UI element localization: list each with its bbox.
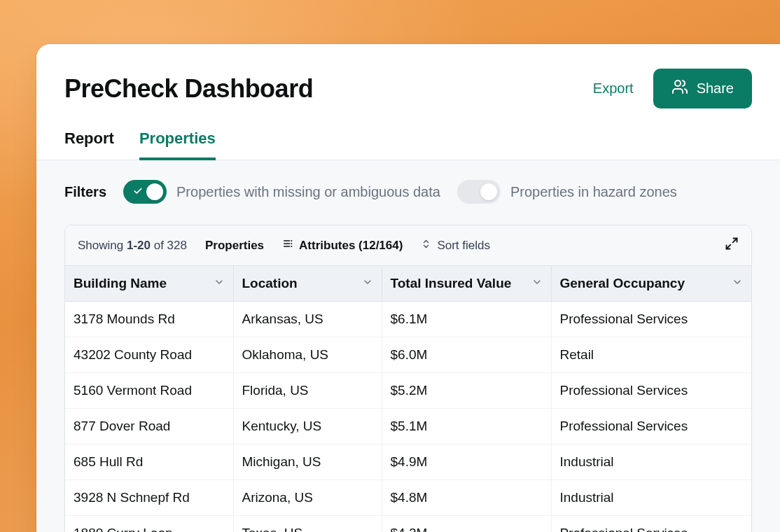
cell-tiv: $4.2M [382,516,551,533]
card-header: PreCheck Dashboard Export Share Report P… [36,44,780,160]
chevron-down-icon[interactable] [732,276,743,291]
table-row[interactable]: 5160 Vermont RoadFlorida, US$5.2MProfess… [65,373,751,409]
cell-location: Florida, US [233,373,382,409]
people-icon [671,78,688,99]
toggle-missing-label: Properties with missing or ambiguous dat… [176,184,440,200]
cell-tiv: $6.0M [382,337,551,373]
export-button[interactable]: Export [593,80,634,97]
table-row[interactable]: 877 Dover RoadKentucky, US$5.1MProfessio… [65,409,751,444]
table-container: Showing 1-20 of 328 Properties Attribute… [64,225,752,532]
toggle-missing-data[interactable] [123,180,167,204]
cell-occ: Industrial [551,444,751,480]
filters-label: Filters [64,184,106,200]
col-general-occupancy[interactable]: General Occupancy [551,266,751,302]
sort-fields-button[interactable]: Sort fields [421,239,490,253]
cell-name: 1880 Curry Loop [65,516,233,533]
tab-properties[interactable]: Properties [139,124,216,160]
scope-properties[interactable]: Properties [205,239,264,253]
cell-location: Michigan, US [233,444,382,480]
chevron-down-icon[interactable] [214,276,225,291]
chevron-down-icon[interactable] [362,276,373,291]
cell-name: 3928 N Schnepf Rd [65,480,233,516]
table-row[interactable]: 43202 County RoadOklahoma, US$6.0MRetail [65,337,751,373]
table-row[interactable]: 3928 N Schnepf RdArizona, US$4.8MIndustr… [65,480,751,516]
cell-location: Oklahoma, US [233,337,382,373]
cell-name: 877 Dover Road [65,409,233,444]
cell-occ: Professional Services [551,516,751,533]
cell-name: 685 Hull Rd [65,444,233,480]
showing-count: Showing 1-20 of 328 [78,239,187,253]
filter-missing-group: Properties with missing or ambiguous dat… [123,180,440,204]
table-row[interactable]: 685 Hull RdMichigan, US$4.9MIndustrial [65,444,751,480]
cell-tiv: $4.8M [382,480,551,516]
cell-tiv: $5.1M [382,409,551,444]
attributes-icon [282,238,293,253]
svg-point-6 [291,240,292,241]
attributes-button[interactable]: Attributes (12/164) [282,238,403,253]
cell-name: 43202 County Road [65,337,233,373]
cell-tiv: $6.1M [382,302,551,337]
col-total-insured-value[interactable]: Total Insured Value [382,266,551,302]
cell-occ: Professional Services [551,409,751,444]
content-area: Filters Properties with missing or ambig… [36,160,780,532]
cell-location: Kentucky, US [233,409,382,444]
toggle-hazard-label: Properties in hazard zones [510,184,677,200]
toggle-knob [146,183,163,200]
chevron-down-icon[interactable] [531,276,543,291]
sort-icon [421,239,431,253]
title-row: PreCheck Dashboard Export Share [64,69,752,108]
table-toolbar: Showing 1-20 of 328 Properties Attribute… [65,225,751,265]
svg-point-7 [291,243,292,244]
page-title: PreCheck Dashboard [64,74,313,104]
toggle-hazard-zones[interactable] [457,180,501,204]
filters-row: Filters Properties with missing or ambig… [64,180,752,204]
dashboard-card: PreCheck Dashboard Export Share Report P… [36,44,780,532]
check-icon [130,186,146,198]
tab-report[interactable]: Report [64,124,114,160]
cell-location: Arkansas, US [233,302,382,337]
cell-occ: Retail [551,337,751,373]
col-location[interactable]: Location [233,266,382,302]
cell-location: Arizona, US [233,480,382,516]
cell-location: Texas, US [233,516,382,533]
share-label: Share [697,80,734,97]
cell-tiv: $5.2M [382,373,551,409]
properties-table: Building Name Location [65,265,751,532]
expand-icon[interactable] [725,237,739,254]
col-building-name[interactable]: Building Name [65,266,233,302]
share-button[interactable]: Share [653,69,752,108]
svg-point-0 [675,80,681,86]
cell-occ: Professional Services [551,373,751,409]
table-row[interactable]: 1880 Curry LoopTexas, US$4.2MProfessiona… [65,516,751,533]
cell-tiv: $4.9M [382,444,551,480]
cell-name: 3178 Mounds Rd [65,302,233,337]
filter-hazard-group: Properties in hazard zones [457,180,677,204]
cell-occ: Industrial [551,480,751,516]
svg-point-8 [291,246,292,247]
table-row[interactable]: 3178 Mounds RdArkansas, US$6.1MProfessio… [65,302,751,337]
header-actions: Export Share [593,69,752,108]
cell-name: 5160 Vermont Road [65,373,233,409]
cell-occ: Professional Services [551,302,751,337]
toggle-knob [480,183,497,200]
tabs: Report Properties [36,124,780,160]
